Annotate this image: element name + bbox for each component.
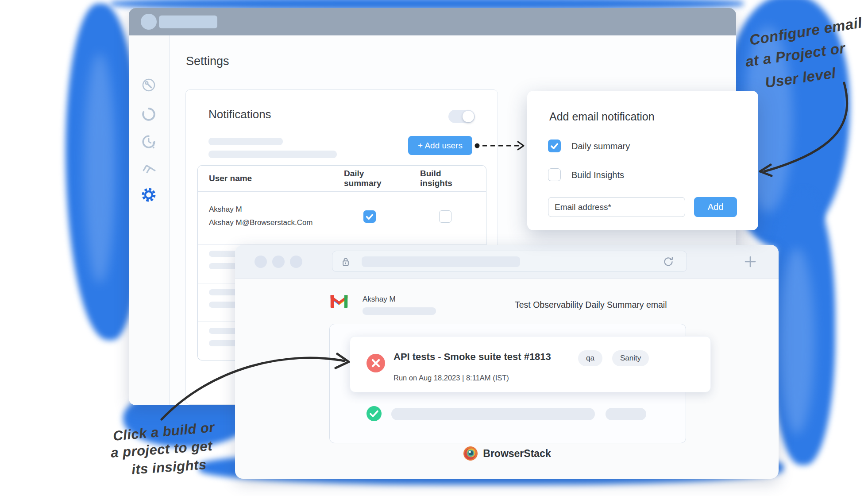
build-insights-option-label: Build Insights bbox=[571, 170, 624, 180]
titlebar-title-placeholder bbox=[159, 16, 217, 28]
build-insights-checkbox[interactable] bbox=[439, 210, 451, 223]
add-users-button[interactable]: + Add users bbox=[408, 136, 472, 155]
daily-summary-option-label: Daily summary bbox=[571, 141, 630, 151]
gear-icon[interactable] bbox=[141, 187, 156, 202]
address-bar[interactable] bbox=[332, 251, 687, 272]
brand-footer: BrowserStack bbox=[235, 446, 779, 461]
gmail-icon bbox=[329, 293, 349, 309]
report-alert-icon[interactable] bbox=[141, 134, 156, 149]
user-name: Akshay M bbox=[209, 203, 313, 216]
toggle-knob bbox=[463, 111, 474, 122]
notifications-toggle[interactable] bbox=[448, 110, 475, 123]
daily-summary-option-checkbox[interactable] bbox=[548, 140, 561, 152]
column-header-daily-summary: Daily summary bbox=[344, 166, 395, 191]
browser-topbar bbox=[235, 245, 779, 279]
dashed-connector-arrow bbox=[473, 138, 530, 154]
annotation-arrow-to-build bbox=[155, 343, 359, 427]
failed-status-icon bbox=[366, 353, 386, 373]
url-placeholder bbox=[362, 256, 520, 267]
email-address-input[interactable] bbox=[548, 197, 685, 217]
build-insights-option-checkbox[interactable] bbox=[548, 168, 561, 181]
window-titlebar bbox=[129, 8, 736, 35]
passed-status-icon bbox=[366, 406, 382, 422]
build-title: API tests - Smoke suite test #1813 bbox=[393, 351, 551, 363]
email-subject: Test Observability Daily Summary email bbox=[515, 300, 667, 310]
skeleton-text-line bbox=[208, 138, 283, 145]
browserstack-logo-icon bbox=[463, 446, 478, 461]
sender-placeholder bbox=[363, 307, 436, 315]
window-dot[interactable] bbox=[255, 256, 267, 268]
build-run-info: Run on Aug 18,2023 | 8:11AM (IST) bbox=[393, 374, 509, 382]
notifications-title: Notifications bbox=[208, 108, 271, 121]
add-button[interactable]: Add bbox=[694, 197, 737, 217]
titlebar-avatar-placeholder bbox=[141, 14, 157, 30]
header-divider bbox=[170, 80, 736, 80]
window-dot[interactable] bbox=[272, 256, 285, 268]
tag-badge-qa: qa bbox=[578, 350, 602, 366]
tag-badge-sanity: Sanity bbox=[612, 350, 649, 366]
failed-build-card[interactable]: API tests - Smoke suite test #1813 qa Sa… bbox=[350, 336, 711, 392]
daily-summary-checkbox[interactable] bbox=[363, 210, 376, 223]
skeleton-text-line bbox=[208, 151, 337, 158]
column-header-build-insights: Build insights bbox=[420, 166, 471, 191]
popup-title: Add email notification bbox=[549, 110, 655, 123]
skeleton-build-badge bbox=[606, 408, 646, 420]
paint-highlight-right-low bbox=[779, 248, 814, 434]
page-title: Settings bbox=[186, 54, 229, 68]
skeleton-build-row[interactable] bbox=[391, 408, 595, 420]
annotation-click-line3: its insights bbox=[131, 457, 207, 478]
refresh-icon[interactable] bbox=[662, 256, 675, 268]
trend-chevrons-icon[interactable] bbox=[139, 159, 158, 177]
user-email: Akshay M@Browserstack.Com bbox=[209, 216, 313, 229]
brand-name: BrowserStack bbox=[483, 448, 551, 460]
spinner-icon[interactable] bbox=[141, 107, 156, 122]
wrench-icon[interactable] bbox=[141, 78, 156, 93]
sender-name: Akshay M bbox=[363, 295, 396, 304]
add-email-notification-popup: Add email notification Daily summary Bui… bbox=[527, 91, 758, 230]
lock-icon bbox=[339, 256, 352, 268]
user-name-cell: Akshay M Akshay M@Browserstack.Com bbox=[209, 203, 313, 229]
new-tab-plus-icon[interactable] bbox=[744, 255, 757, 268]
window-dot[interactable] bbox=[290, 256, 302, 268]
annotation-arrow-to-popup bbox=[750, 78, 856, 179]
illustration-stage: Settings Notifications + Add users User … bbox=[0, 0, 868, 496]
table-header-divider bbox=[198, 191, 486, 192]
paint-highlight-left bbox=[84, 53, 115, 283]
column-header-user-name: User name bbox=[209, 166, 252, 191]
